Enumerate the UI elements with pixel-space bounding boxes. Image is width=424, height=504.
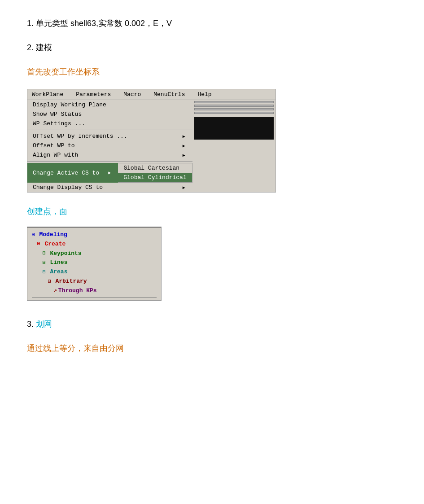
tree-label-through-kps: Through KPs: [58, 286, 97, 296]
stripe-3: [194, 108, 274, 110]
tree-icon-keypoints: ⊞: [43, 250, 46, 258]
menu-item-wp-settings[interactable]: WP Settings ...: [27, 119, 192, 128]
tree-icon-modeling: ⊟: [32, 231, 35, 239]
menu-item-change-display-cs[interactable]: Change Display CS to▶: [27, 183, 192, 192]
workplane-menu[interactable]: WorkPlane Parameters Macro MenuCtrls Hel…: [27, 89, 276, 193]
submenu-active-cs: Global Cartesian Global Cylindrical: [118, 163, 192, 183]
menu-bar: WorkPlane Parameters Macro MenuCtrls Hel…: [27, 89, 275, 100]
menu-item-align-wp-with[interactable]: Align WP with▶: [27, 150, 192, 160]
tree-label-modeling: Modeling: [36, 230, 67, 240]
heading-change-coord: 首先改变工作坐标系: [27, 66, 397, 77]
menu-item-offset-wp-by-increments[interactable]: Offset WP by Increments ...▶: [27, 131, 192, 141]
arrow-icon-3: ▶: [183, 153, 185, 158]
menu-bar-macro[interactable]: Macro: [121, 90, 144, 99]
arrow-icon-4: ▶: [108, 170, 111, 175]
stripe-4: [194, 112, 274, 114]
section-2-text: 2. 建模: [27, 42, 397, 53]
arrow-icon-5: ▶: [183, 185, 185, 190]
right-stripe-panel: [192, 100, 275, 140]
menu-item-display-working-plane[interactable]: Display Working Plane: [27, 100, 192, 110]
section-1-text: 1. 单元类型 shell63,实常数 0.002，E，V: [27, 18, 397, 29]
tree-item-keypoints[interactable]: ⊞ Keypoints: [32, 249, 157, 259]
menu-item-offset-wp-to[interactable]: Offset WP to▶: [27, 141, 192, 150]
heading-create-points: 创建点，面: [27, 206, 397, 217]
tree-label-lines: Lines: [47, 258, 68, 267]
menu-item-change-active-cs-row: Change Active CS to▶ Global Cartesian Gl…: [27, 163, 192, 183]
tree-item-modeling[interactable]: ⊟ Modeling: [32, 230, 157, 240]
submenu-global-cylindrical[interactable]: Global Cylindrical: [118, 173, 192, 182]
heading-mesh-text: 通过线上等分，来自由分网: [27, 343, 397, 354]
menu-separator-2: [27, 161, 192, 162]
heading-create-points-text: 创建点，面: [27, 206, 397, 217]
menu-bar-help[interactable]: Help: [195, 90, 214, 99]
menu-separator-1: [27, 130, 192, 130]
through-kps-arrow-icon: ↗: [53, 286, 57, 296]
stripe-1: [194, 101, 274, 103]
tree-icon-create: ⊟: [37, 240, 40, 248]
tree-icon-arbitrary: ⊟: [48, 278, 51, 286]
menu-item-change-active-cs[interactable]: Change Active CS to▶: [27, 163, 118, 183]
section-3: 3. 划网: [27, 319, 397, 329]
section-1-number: 1. 单元类型 shell63,实常数 0.002，E，V: [27, 19, 172, 28]
heading-change-coord-text: 首先改变工作坐标系: [27, 66, 397, 77]
tree-separator: [32, 297, 157, 298]
black-bar: [194, 117, 274, 140]
tree-item-through-kps[interactable]: ↗ Through KPs: [32, 286, 157, 296]
stripe-2: [194, 105, 274, 107]
arrow-icon-2: ▶: [183, 143, 185, 149]
menu-bar-workplane[interactable]: WorkPlane: [29, 90, 66, 99]
tree-item-arbitrary[interactable]: ⊟ Arbitrary: [32, 277, 157, 286]
tree-label-arbitrary: Arbitrary: [52, 277, 87, 286]
tree-item-areas[interactable]: ⊟ Areas: [32, 267, 157, 277]
tree-item-lines[interactable]: ⊞ Lines: [32, 258, 157, 267]
tree-label-keypoints: Keypoints: [47, 249, 82, 259]
menu-bar-parameters[interactable]: Parameters: [73, 90, 114, 99]
heading-mesh: 通过线上等分，来自由分网: [27, 343, 397, 354]
menu-main-column: Display Working Plane Show WP Status WP …: [27, 100, 192, 192]
section-2: 2. 建模: [27, 42, 397, 53]
submenu-global-cartesian[interactable]: Global Cartesian: [118, 163, 192, 173]
tree-label-create: Create: [41, 240, 66, 249]
tree-view: ⊟ Modeling ⊟ Create ⊞ Keypoints ⊞ Lines …: [27, 227, 162, 301]
arrow-icon-1: ▶: [183, 134, 185, 139]
menu-item-show-wp-status[interactable]: Show WP Status: [27, 110, 192, 119]
section-3-text: 3. 划网: [27, 319, 397, 329]
tree-icon-lines: ⊞: [43, 259, 46, 267]
menu-bar-menuctrls[interactable]: MenuCtrls: [151, 90, 188, 99]
tree-icon-areas: ⊟: [43, 268, 46, 276]
tree-label-areas: Areas: [47, 267, 68, 277]
section-1: 1. 单元类型 shell63,实常数 0.002，E，V: [27, 18, 397, 29]
menu-dropdown-area: Display Working Plane Show WP Status WP …: [27, 100, 275, 192]
tree-item-create[interactable]: ⊟ Create: [32, 240, 157, 249]
